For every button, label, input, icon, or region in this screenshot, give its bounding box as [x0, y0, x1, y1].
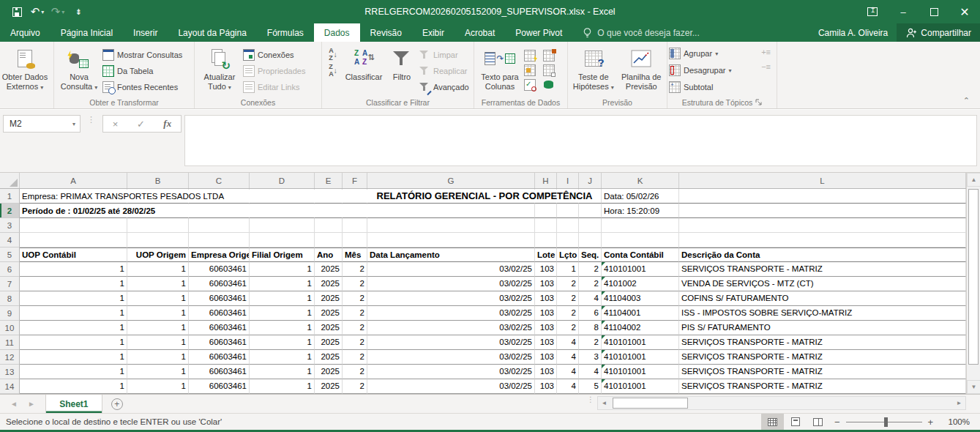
- cell-J7[interactable]: 2: [579, 277, 602, 291]
- scroll-up-icon[interactable]: ▲: [967, 173, 980, 187]
- zoom-in-button[interactable]: +: [928, 417, 934, 428]
- cell-H13[interactable]: 103: [535, 365, 557, 379]
- cell-K12[interactable]: 410101001: [602, 350, 679, 365]
- add-sheet-button[interactable]: +: [102, 395, 132, 413]
- cell-H2[interactable]: [535, 204, 557, 218]
- zoom-out-button[interactable]: −: [834, 417, 840, 428]
- cell-A9[interactable]: 1: [20, 306, 127, 321]
- cell-F14[interactable]: 2: [343, 379, 367, 394]
- flash-fill-icon[interactable]: [524, 50, 536, 62]
- tab-acrobat[interactable]: Acrobat: [455, 23, 505, 42]
- cell-I14[interactable]: 4: [557, 379, 579, 394]
- cell-L1[interactable]: [679, 189, 966, 204]
- normal-view-button[interactable]: [761, 414, 784, 430]
- vertical-scroll-thumb[interactable]: [968, 189, 979, 365]
- column-header-C[interactable]: C: [189, 173, 250, 188]
- name-box[interactable]: M2▾: [3, 115, 81, 133]
- cell-G13[interactable]: 03/02/25: [367, 365, 535, 379]
- horizontal-scroll-thumb[interactable]: [613, 398, 688, 409]
- cell-J3[interactable]: [579, 218, 602, 233]
- row-header-10[interactable]: 10: [0, 321, 20, 335]
- cell-I3[interactable]: [557, 218, 579, 233]
- collapse-ribbon-button[interactable]: ⌃: [963, 96, 970, 105]
- cell-B5[interactable]: UOP Origem: [127, 247, 189, 262]
- cell-G9[interactable]: 03/02/25: [367, 306, 535, 321]
- cell-L7[interactable]: VENDA DE SERVIÇOS - MTZ (CT): [679, 277, 966, 291]
- cell-A5[interactable]: UOP Contábil: [20, 247, 127, 262]
- tab-splitter-handle[interactable]: ⋮: [587, 398, 594, 401]
- cell-H8[interactable]: 103: [535, 291, 557, 306]
- row-header-13[interactable]: 13: [0, 365, 20, 379]
- cell-G10[interactable]: 03/02/25: [367, 321, 535, 335]
- row-header-3[interactable]: 3: [0, 218, 20, 233]
- cell-F7[interactable]: 2: [343, 277, 367, 291]
- maximize-button[interactable]: [919, 0, 949, 23]
- atualizar-tudo-button[interactable]: ↻ AtualizarTudo ▾: [196, 44, 243, 92]
- cell-A8[interactable]: 1: [20, 291, 127, 306]
- cell-K9[interactable]: 41104001: [602, 306, 679, 321]
- column-header-K[interactable]: K: [602, 173, 679, 188]
- cell-J9[interactable]: 6: [579, 306, 602, 321]
- cell-F8[interactable]: 2: [343, 291, 367, 306]
- cell-B10[interactable]: 1: [127, 321, 189, 335]
- cell-D4[interactable]: [250, 233, 315, 247]
- cell-I4[interactable]: [557, 233, 579, 247]
- cell-A7[interactable]: 1: [20, 277, 127, 291]
- tab-inserir[interactable]: Inserir: [123, 23, 168, 42]
- cell-L13[interactable]: SERVIÇOS TRANSPORTE - MATRIZ: [679, 365, 966, 379]
- user-account[interactable]: Camila A. Oliveira: [809, 23, 897, 42]
- cell-C14[interactable]: 60603461: [189, 379, 250, 394]
- cell-L6[interactable]: SERVIÇOS TRANSPORTE - MATRIZ: [679, 262, 966, 277]
- page-layout-view-button[interactable]: [784, 414, 807, 430]
- cell-B4[interactable]: [127, 233, 189, 247]
- cell-E3[interactable]: [315, 218, 343, 233]
- cell-G11[interactable]: 03/02/25: [367, 335, 535, 350]
- nova-consulta-button[interactable]: NovaConsulta ▾: [56, 44, 102, 92]
- cell-F6[interactable]: 2: [343, 262, 367, 277]
- relationships-icon[interactable]: [543, 64, 555, 76]
- cell-J5[interactable]: Seq.: [579, 247, 602, 262]
- cell-L5[interactable]: Descrição da Conta: [679, 247, 966, 262]
- cell-J14[interactable]: 5: [579, 379, 602, 394]
- row-header-12[interactable]: 12: [0, 350, 20, 365]
- cell-D11[interactable]: 1: [250, 335, 315, 350]
- column-header-L[interactable]: L: [679, 173, 966, 188]
- cell-I6[interactable]: 1: [557, 262, 579, 277]
- cell-E7[interactable]: 2025: [315, 277, 343, 291]
- cell-I9[interactable]: 2: [557, 306, 579, 321]
- avancado-button[interactable]: Avançado: [419, 81, 469, 94]
- cell-A11[interactable]: 1: [20, 335, 127, 350]
- cell-H3[interactable]: [535, 218, 557, 233]
- column-header-G[interactable]: G: [367, 173, 535, 188]
- classificar-button[interactable]: ZAAZ⇅ Classificar: [343, 44, 385, 82]
- cell-C5[interactable]: Empresa Origem: [189, 247, 250, 262]
- cell-I12[interactable]: 4: [557, 350, 579, 365]
- subtotal-button[interactable]: +Subtotal: [669, 81, 732, 94]
- cell-F12[interactable]: 2: [343, 350, 367, 365]
- scroll-down-icon[interactable]: ▼: [967, 380, 980, 394]
- cell-B7[interactable]: 1: [127, 277, 189, 291]
- cell-E11[interactable]: 2025: [315, 335, 343, 350]
- cell-B9[interactable]: 1: [127, 306, 189, 321]
- cell-D5[interactable]: Filial Origem: [250, 247, 315, 262]
- cell-E13[interactable]: 2025: [315, 365, 343, 379]
- page-break-view-button[interactable]: [807, 414, 829, 430]
- cell-F11[interactable]: 2: [343, 335, 367, 350]
- cell-L3[interactable]: [679, 218, 966, 233]
- cell-H6[interactable]: 103: [535, 262, 557, 277]
- cell-G5[interactable]: Data Lançamento: [367, 247, 535, 262]
- cell-I7[interactable]: 2: [557, 277, 579, 291]
- cell-K14[interactable]: 410101001: [602, 379, 679, 394]
- cell-H12[interactable]: 103: [535, 350, 557, 365]
- cell-D13[interactable]: 1: [250, 365, 315, 379]
- cell-F9[interactable]: 2: [343, 306, 367, 321]
- cell-L8[interactable]: COFINS S/ FATURAMENTO: [679, 291, 966, 306]
- cell-G14[interactable]: 03/02/25: [367, 379, 535, 394]
- cell-F10[interactable]: 2: [343, 321, 367, 335]
- cell-B12[interactable]: 1: [127, 350, 189, 365]
- cell-C7[interactable]: 60603461: [189, 277, 250, 291]
- tab-power-pivot[interactable]: Power Pivot: [505, 23, 572, 42]
- cell-E8[interactable]: 2025: [315, 291, 343, 306]
- cell-H7[interactable]: 103: [535, 277, 557, 291]
- cell-K4[interactable]: [602, 233, 679, 247]
